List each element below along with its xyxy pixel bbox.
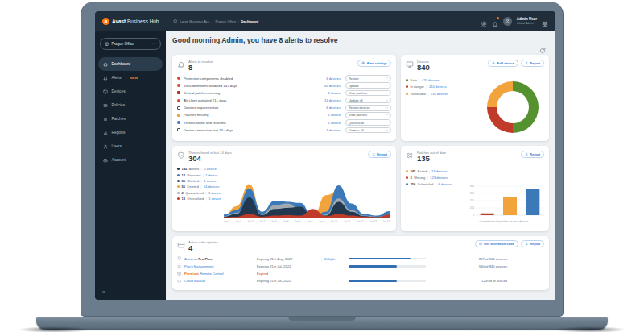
alert-devices-link[interactable]: 1 device	[328, 91, 341, 95]
notification-dot	[497, 17, 499, 19]
chevron-down-icon	[386, 106, 389, 110]
download-icon	[525, 242, 529, 246]
legend-label: Quarantined	[185, 191, 204, 195]
legend-devices-link[interactable]: 1 device	[204, 179, 216, 183]
legend-devices-link[interactable]: 210 devices	[429, 85, 447, 89]
apps-button[interactable]	[542, 18, 548, 24]
subscription-extra-link[interactable]: |Multiple	[321, 257, 349, 261]
alert-devices-link[interactable]: 6 devices	[326, 77, 341, 81]
legend-devices-link[interactable]: 6 devices	[438, 182, 452, 186]
legend-devices-link[interactable]: 210 devices	[431, 92, 448, 96]
chevron-down-icon	[386, 129, 389, 132]
legend-devices-link[interactable]: 14 devices	[431, 169, 448, 173]
subscription-expiry: Expiring 21st Jul, 2022	[257, 279, 321, 283]
sidebar-item-policies[interactable]: Policies	[98, 98, 163, 112]
refresh-button[interactable]	[539, 44, 546, 51]
patch-icon	[177, 264, 182, 269]
legend-devices-link[interactable]: 420 devices	[422, 78, 440, 82]
site-selector[interactable]: Prague Office	[100, 38, 161, 50]
alert-label: Patches missing	[184, 113, 328, 117]
alert-status-icon	[177, 106, 180, 110]
legend-dot	[406, 79, 408, 81]
patches-report-button[interactable]: Report	[521, 151, 544, 158]
devices-report-button[interactable]: Report	[521, 60, 544, 67]
sidebar-item-account[interactable]: Account	[98, 153, 163, 167]
breadcrumb-item[interactable]: Large Business Acc.	[180, 19, 210, 23]
svg-text:300: 300	[470, 192, 475, 195]
chevron-down-icon	[386, 84, 389, 87]
legend-item: 145Autofix|1 device	[177, 166, 221, 172]
subscription-progress-bar	[349, 280, 426, 283]
alert-action-dropdown[interactable]: Dismiss all	[345, 127, 391, 134]
subscription-name[interactable]: Cloud Backup	[184, 279, 257, 283]
add-device-button[interactable]: Add device	[488, 60, 518, 67]
alert-action-dropdown[interactable]: View patches	[345, 90, 391, 97]
x-tick-label: Jun 4	[259, 220, 265, 223]
subscription-row: Patch ManagementExpiring 21st Jul, 20225…	[177, 263, 544, 270]
patches-bar-chart: 0100200300400 Current state of patches o…	[462, 181, 546, 223]
user-menu[interactable]: Admin User Global Admin	[517, 17, 537, 24]
sidebar-item-users[interactable]: Users	[98, 139, 163, 153]
use-activation-code-button[interactable]: Use activation code	[475, 240, 518, 247]
sidebar-item-alerts[interactable]: Alerts|NEW	[98, 71, 163, 85]
new-badge: NEW	[130, 77, 138, 80]
alert-devices-link[interactable]: 6 devices	[326, 106, 341, 110]
x-tick-label: Jun 8	[307, 220, 312, 223]
legend-devices-link[interactable]: 123 devices	[430, 176, 448, 180]
user-icon	[103, 144, 108, 149]
alert-action-dropdown[interactable]: Update all	[345, 98, 391, 104]
subscription-name[interactable]: Patch Management	[184, 264, 257, 268]
settings-button[interactable]	[481, 18, 487, 24]
alert-status-icon	[177, 99, 180, 102]
alert-action-dropdown[interactable]: View patches	[345, 112, 391, 118]
avatar[interactable]	[503, 17, 512, 26]
subscription-name[interactable]: Antivirus Pro Plus	[184, 257, 257, 261]
sidebar-collapse-button[interactable]: «	[102, 289, 105, 295]
alert-row: AV client outdated 21+ days14 devicesUpd…	[177, 97, 391, 104]
sidebar-item-reports[interactable]: Reports	[98, 126, 163, 139]
legend-item: Safe|420 devices	[406, 77, 448, 84]
sidebar-item-label: Account	[112, 158, 126, 162]
user-name: Admin User	[517, 17, 537, 21]
alert-devices-link[interactable]: 3 devices	[326, 128, 341, 132]
shield-check-icon	[177, 151, 185, 160]
alert-action-dropdown[interactable]: Restart	[345, 75, 391, 81]
x-tick-label: Jun 12	[357, 220, 363, 223]
breadcrumb-item[interactable]: Prague Office	[216, 19, 237, 23]
legend-item: 12Repaired|1 device	[177, 172, 221, 177]
shield-icon	[177, 256, 182, 261]
alert-action-dropdown[interactable]: Update	[345, 82, 391, 89]
legend-devices-link[interactable]: 1 device	[204, 167, 216, 171]
subscription-name[interactable]: Premium Remote Control	[184, 272, 257, 276]
notifications-button[interactable]	[492, 18, 498, 24]
legend-devices-link[interactable]: 1 device	[208, 191, 221, 195]
x-tick-label: Jun 5	[271, 220, 277, 223]
sliders-icon	[103, 103, 108, 108]
legend-devices-link[interactable]: 1 device	[205, 173, 217, 177]
alert-status-icon	[177, 84, 180, 87]
laptop-lid: a Avast Business Hub Large Business Acc.…	[80, 2, 564, 317]
threats-report-button[interactable]: Report	[368, 151, 391, 158]
alert-devices-link[interactable]: 1 device	[328, 113, 341, 117]
threats-card: Threats found in last 14 days 304 Report…	[172, 146, 396, 231]
remote-icon	[177, 272, 182, 276]
alert-devices-link[interactable]: 45 devices	[324, 84, 341, 88]
sidebar-item-dashboard[interactable]: Dashboard	[98, 57, 163, 71]
legend-label: Failed	[418, 169, 427, 173]
alert-devices-link[interactable]: 14 devices	[324, 98, 341, 102]
alert-action-dropdown[interactable]: Quick scan	[345, 119, 391, 126]
legend-label: Deleted	[188, 185, 199, 189]
sidebar-item-patches[interactable]: Patches	[98, 112, 163, 126]
legend-devices-link[interactable]: 1 device	[208, 197, 221, 201]
download-icon	[525, 61, 529, 65]
alert-settings-button[interactable]: Alert settings	[357, 60, 391, 67]
alert-action-dropdown[interactable]: Restart devices	[345, 105, 391, 111]
sidebar-item-devices[interactable]: Devices	[98, 85, 163, 98]
user-icon	[505, 19, 510, 24]
chevron-down-icon	[386, 114, 389, 117]
legend-devices-link[interactable]: 14 devices	[204, 185, 220, 189]
alert-row: Devices require restart6 devicesRestart …	[177, 104, 391, 111]
alert-devices-link[interactable]: 1 device	[328, 121, 341, 125]
subscription-row: Premium Remote ControlExpired	[177, 270, 544, 277]
subscriptions-report-button[interactable]: Report	[521, 240, 544, 247]
